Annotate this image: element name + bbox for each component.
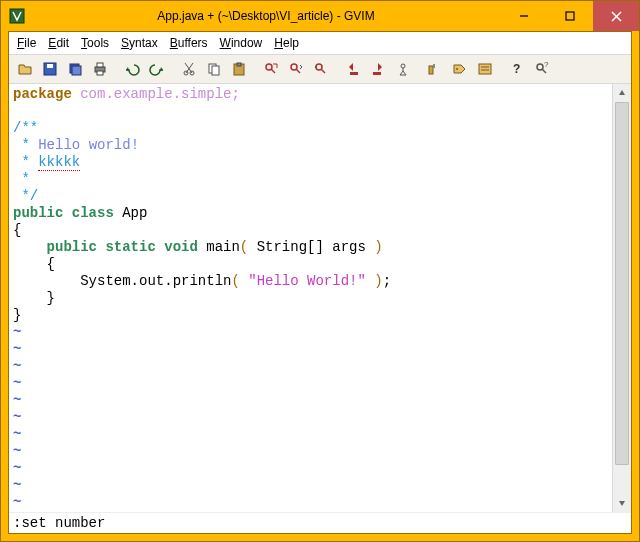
keyword: public static void: [47, 239, 207, 255]
indent: [13, 239, 47, 255]
svg-rect-32: [479, 64, 491, 74]
svg-rect-17: [212, 66, 219, 75]
print-icon[interactable]: [88, 57, 112, 81]
command-line[interactable]: :set number: [9, 512, 631, 533]
jump-tag-icon[interactable]: [391, 57, 415, 81]
comment-text: Hello world!: [38, 137, 139, 153]
paste-icon[interactable]: [227, 57, 251, 81]
svg-point-28: [401, 64, 405, 68]
tag-icon[interactable]: [448, 57, 472, 81]
redo-icon[interactable]: [145, 57, 169, 81]
svg-rect-29: [429, 66, 433, 74]
comment: /**: [13, 120, 38, 136]
comment: *: [13, 137, 38, 153]
end-of-buffer: ~: [13, 324, 21, 340]
comment: *: [13, 171, 30, 187]
code-text: System.out.println: [13, 273, 231, 289]
svg-text:?: ?: [513, 62, 520, 76]
menu-tools[interactable]: Tools: [81, 36, 109, 50]
paren: (: [240, 239, 248, 255]
brace: }: [13, 307, 21, 323]
shift-right-icon[interactable]: [366, 57, 390, 81]
brace: {: [13, 222, 21, 238]
end-of-buffer: ~: [13, 494, 21, 510]
menu-window[interactable]: Window: [220, 36, 263, 50]
svg-rect-8: [72, 66, 81, 75]
maximize-button[interactable]: [547, 1, 593, 31]
paren: ): [374, 239, 382, 255]
menu-syntax[interactable]: Syntax: [121, 36, 158, 50]
close-button[interactable]: [593, 1, 639, 31]
svg-rect-26: [350, 72, 358, 75]
save-all-icon[interactable]: [63, 57, 87, 81]
end-of-buffer: ~: [13, 409, 21, 425]
class-name: App: [122, 205, 147, 221]
svg-rect-6: [47, 64, 53, 68]
svg-rect-10: [97, 63, 103, 67]
end-of-buffer: ~: [13, 477, 21, 493]
scrollbar-track[interactable]: [613, 102, 631, 494]
svg-rect-19: [237, 63, 241, 66]
copy-icon[interactable]: [202, 57, 226, 81]
keyword: public class: [13, 205, 122, 221]
window-title: App.java + (~\Desktop\VI_article) - GVIM: [31, 9, 501, 23]
find-next-icon[interactable]: [284, 57, 308, 81]
end-of-buffer: ~: [13, 460, 21, 476]
end-of-buffer: ~: [13, 341, 21, 357]
app-icon: [9, 8, 25, 24]
vimgrep-icon[interactable]: [473, 57, 497, 81]
scrollbar-thumb[interactable]: [615, 102, 629, 465]
titlebar: App.java + (~\Desktop\VI_article) - GVIM: [1, 1, 639, 31]
editor[interactable]: package com.example.simple; /** * Hello …: [9, 84, 612, 512]
find-prev-icon[interactable]: [309, 57, 333, 81]
paren: ): [374, 273, 382, 289]
end-of-buffer: ~: [13, 443, 21, 459]
method-name: main: [206, 239, 240, 255]
save-icon[interactable]: [38, 57, 62, 81]
svg-rect-11: [97, 71, 103, 75]
brace: {: [13, 256, 55, 272]
make-icon[interactable]: [423, 57, 447, 81]
client-area: FileEditToolsSyntaxBuffersWindowHelp ?? …: [8, 31, 632, 534]
svg-text:?: ?: [544, 61, 549, 69]
undo-icon[interactable]: [120, 57, 144, 81]
menu-help[interactable]: Help: [274, 36, 299, 50]
end-of-buffer: ~: [13, 375, 21, 391]
menu-edit[interactable]: Edit: [48, 36, 69, 50]
spellcheck-word: kkkkk: [38, 154, 80, 171]
brace: }: [13, 290, 55, 306]
paren: (: [231, 273, 239, 289]
toolbar: ??: [9, 55, 631, 84]
end-of-buffer: ~: [13, 358, 21, 374]
svg-line-25: [321, 69, 325, 73]
find-help-icon[interactable]: ?: [530, 57, 554, 81]
svg-rect-27: [373, 72, 381, 75]
comment: *: [13, 154, 38, 170]
menu-buffers[interactable]: Buffers: [170, 36, 208, 50]
end-of-buffer: ~: [13, 392, 21, 408]
minimize-button[interactable]: [501, 1, 547, 31]
scrollbar[interactable]: [612, 84, 631, 512]
svg-point-31: [456, 68, 458, 70]
comment: */: [13, 188, 38, 204]
svg-line-21: [271, 69, 275, 73]
svg-rect-2: [566, 12, 574, 20]
help-icon[interactable]: ?: [505, 57, 529, 81]
find-replace-icon[interactable]: [259, 57, 283, 81]
cut-icon[interactable]: [177, 57, 201, 81]
scroll-up-button[interactable]: [613, 84, 631, 102]
svg-line-23: [296, 69, 300, 73]
svg-line-37: [542, 69, 546, 73]
package-path: com.example.simple;: [72, 86, 240, 102]
shift-left-icon[interactable]: [341, 57, 365, 81]
scroll-down-button[interactable]: [613, 494, 631, 512]
end-of-buffer: ~: [13, 426, 21, 442]
string-literal: "Hello World!": [248, 273, 366, 289]
menu-file[interactable]: File: [17, 36, 36, 50]
method-args: String[] args: [248, 239, 374, 255]
keyword: package: [13, 86, 72, 102]
svg-rect-30: [433, 64, 435, 68]
editor-wrap: package com.example.simple; /** * Hello …: [9, 84, 631, 512]
window: App.java + (~\Desktop\VI_article) - GVIM…: [0, 0, 640, 542]
open-icon[interactable]: [13, 57, 37, 81]
